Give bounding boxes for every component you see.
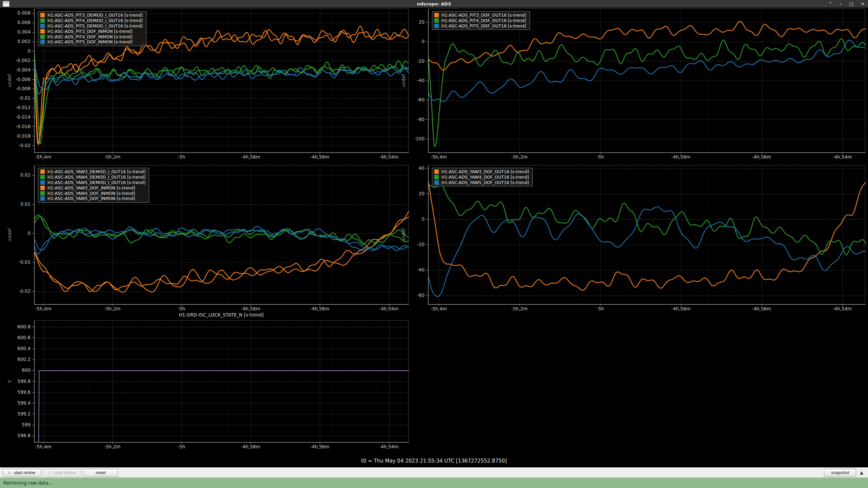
y-tick-label: 0: [396, 216, 425, 222]
orange-swatch-icon: [40, 29, 45, 34]
legend[interactable]: H1:ASC-ADS_PIT3_DEMOD_I_OUT16 [s-trend]H…: [38, 11, 146, 46]
y-tick-label: 0: [2, 48, 31, 54]
window-controls: [828, 0, 865, 8]
legend-label: H1:ASC-ADS_YAW4_DOF_INMON [s-trend]: [47, 191, 135, 196]
legend-item[interactable]: H1:ASC-ADS_PIT3_DOF_INMON [s-trend]: [40, 28, 143, 34]
plot-pit-dof-out[interactable]: [428, 8, 865, 152]
y-tick-mark: [426, 61, 428, 61]
x-tick-mark: [389, 442, 389, 444]
legend-item[interactable]: H1:ASC-ADS_YAW5_DOF_INMON [s-trend]: [40, 196, 145, 201]
legend[interactable]: H1:ASC-ADS_YAW3_DOF_OUT16 [s-trend]H1:AS…: [432, 168, 533, 186]
y-tick-label: -20: [396, 58, 425, 64]
x-tick-mark: [112, 442, 113, 444]
y-axis-label: V: [7, 380, 12, 383]
y-tick-label: -0.02: [2, 143, 31, 148]
x-tick-label: -4h,56m: [299, 444, 340, 449]
legend-item[interactable]: H1:ASC-ADS_PIT3_DOF_OUT16 [s-trend]: [434, 13, 526, 18]
legend-item[interactable]: H1:ASC-ADS_PIT5_DEMOD_I_OUT16 [s-trend]: [40, 23, 143, 29]
y-tick-mark: [426, 296, 428, 296]
y-tick-mark: [32, 349, 34, 349]
legend-item[interactable]: H1:ASC-ADS_YAW4_DOF_INMON [s-trend]: [40, 190, 145, 196]
y-tick-mark: [32, 79, 34, 80]
legend-item[interactable]: H1:ASC-ADS_PIT4_DOF_INMON [s-trend]: [40, 34, 143, 39]
minimize-icon[interactable]: [840, 0, 842, 8]
trace-h1-asc-ads-yaw3-dof-out16-s-trend-: [428, 181, 866, 290]
y-tick-label: 0.006: [2, 20, 31, 25]
x-tick-mark: [600, 304, 600, 306]
y-tick-mark: [32, 338, 34, 338]
reset-button[interactable]: reset: [83, 469, 118, 477]
x-tick-mark: [439, 152, 439, 154]
x-tick-label: -5h: [161, 444, 202, 449]
green-swatch-icon: [40, 191, 45, 196]
y-tick-label: -80: [396, 117, 425, 122]
x-tick-mark: [181, 152, 182, 154]
y-tick-mark: [32, 108, 34, 108]
y-axis-label: undef: [7, 74, 12, 87]
trace-h1-asc-ads-yaw3-demod-i-out16-s-trend-: [34, 211, 409, 292]
trace-h1-asc-ads-pit4-demod-i-out16-s-trend-: [34, 52, 409, 144]
y-tick-label: -0.018: [2, 133, 31, 139]
plot-canvas-pit-dof-out[interactable]: [428, 9, 866, 153]
green-swatch-icon: [40, 35, 45, 39]
shade-icon[interactable]: [828, 0, 832, 8]
plot-grd-isc-lock-state[interactable]: [34, 320, 409, 442]
legend-item[interactable]: H1:ASC-ADS_YAW3_DOF_OUT16 [s-trend]: [434, 169, 529, 175]
stop-icon: [48, 470, 52, 475]
x-tick-label: -4h,58m: [230, 306, 271, 311]
legend-item[interactable]: H1:ASC-ADS_PIT5_DOF_INMON [s-trend]: [40, 39, 143, 45]
x-tick-mark: [681, 304, 681, 306]
legend-item[interactable]: H1:ASC-ADS_YAW3_DEMOD_I_OUT16 [s-trend]: [40, 169, 145, 175]
legend-item[interactable]: H1:ASC-ADS_PIT3_DEMOD_I_OUT16 [s-trend]: [40, 13, 143, 18]
y-tick-mark: [32, 126, 34, 127]
maximize-icon[interactable]: [849, 0, 853, 8]
y-tick-label: -40: [396, 267, 425, 273]
x-tick-mark: [519, 152, 520, 154]
blue-swatch-icon: [40, 24, 45, 28]
x-tick-label: -4h,56m: [299, 154, 340, 160]
legend-item[interactable]: H1:ASC-ADS_YAW4_DOF_OUT16 [s-trend]: [434, 175, 529, 180]
legend[interactable]: H1:ASC-ADS_YAW3_DEMOD_I_OUT16 [s-trend]H…: [38, 168, 149, 203]
legend-item[interactable]: H1:ASC-ADS_PIT4_DEMOD_I_OUT16 [s-trend]: [40, 18, 143, 23]
y-tick-label: 600: [2, 367, 31, 373]
x-tick-mark: [181, 442, 182, 444]
legend-item[interactable]: H1:ASC-ADS_YAW5_DOF_OUT16 [s-trend]: [434, 180, 529, 185]
legend-label: H1:ASC-ADS_PIT3_DOF_INMON [s-trend]: [47, 29, 132, 34]
x-tick-mark: [389, 304, 389, 306]
legend-item[interactable]: H1:ASC-ADS_YAW3_DOF_INMON [s-trend]: [40, 185, 145, 190]
y-tick-mark: [32, 414, 34, 414]
x-tick-label: -4h,56m: [741, 306, 782, 311]
y-tick-label: -0.014: [2, 114, 31, 120]
green-swatch-icon: [40, 18, 45, 23]
x-tick-mark: [43, 442, 44, 444]
plot-canvas-grd-isc-lock-state[interactable]: [34, 321, 409, 443]
legend-item[interactable]: H1:ASC-ADS_PIT4_DOF_OUT16 [s-trend]: [434, 18, 526, 23]
x-tick-mark: [762, 152, 762, 154]
window-titlebar[interactable]: ndscope: ADS: [0, 0, 868, 8]
x-tick-label: -4h,54m: [369, 306, 409, 311]
legend-label: H1:ASC-ADS_YAW3_DOF_INMON [s-trend]: [47, 185, 135, 190]
legend[interactable]: H1:ASC-ADS_PIT3_DOF_OUT16 [s-trend]H1:AS…: [432, 11, 530, 30]
x-tick-mark: [842, 152, 843, 154]
start-online-button[interactable]: start online: [3, 469, 41, 477]
y-tick-mark: [426, 194, 428, 194]
y-tick-mark: [32, 381, 34, 382]
snapshot-label: snapshot: [831, 470, 849, 475]
x-tick-label: -5h: [161, 154, 202, 160]
y-tick-mark: [32, 117, 34, 117]
orange-swatch-icon: [434, 13, 439, 17]
window-title: ndscope: ADS: [0, 0, 868, 8]
legend-item[interactable]: H1:ASC-ADS_YAW4_DEMOD_I_OUT16 [s-trend]: [40, 175, 145, 180]
y-tick-label: -0.02: [2, 288, 31, 294]
close-icon[interactable]: [861, 0, 865, 8]
y-tick-mark: [32, 327, 34, 327]
x-tick-label: -4h,54m: [822, 154, 863, 160]
legend-item[interactable]: H1:ASC-ADS_PIT5_DOF_OUT16 [s-trend]: [434, 23, 526, 29]
snapshot-button[interactable]: snapshot: [824, 469, 856, 477]
x-tick-label: -4h,58m: [660, 306, 701, 311]
y-tick-label: 600.4: [2, 346, 31, 351]
y-tick-label: 0.01: [2, 201, 31, 207]
trace-h1-asc-ads-yaw5-demod-i-out16-s-trend-: [34, 226, 409, 255]
legend-item[interactable]: H1:ASC-ADS_YAW5_DEMOD_I_OUT16 [s-trend]: [40, 180, 145, 185]
expand-icon[interactable]: [860, 470, 863, 475]
